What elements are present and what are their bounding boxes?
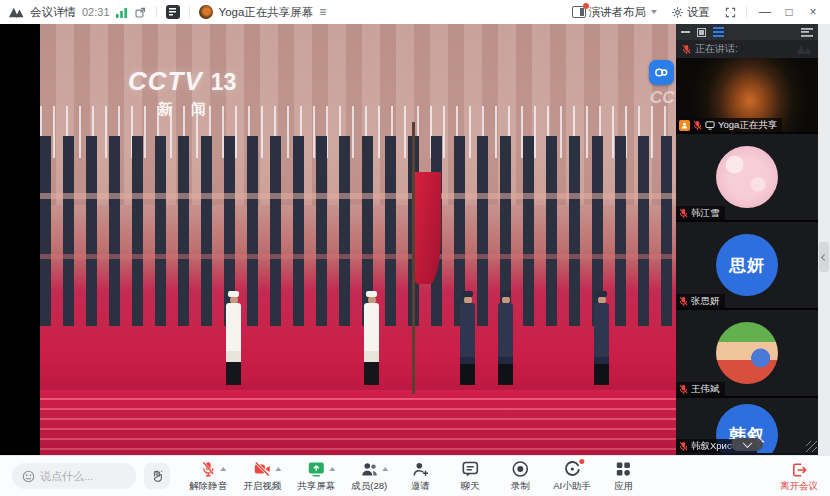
participant-namebar: 张思妍	[676, 294, 725, 308]
meeting-timer: 02:31	[82, 6, 110, 18]
quick-chat-box[interactable]	[12, 463, 136, 489]
notification-dot	[583, 3, 589, 9]
ai-assistant-button[interactable]: AI小助手	[553, 459, 590, 493]
participant-tile-zhangsiyan[interactable]: 思妍 张思妍	[676, 222, 818, 310]
chevron-left-icon	[820, 253, 827, 260]
chat-label: 聊天	[461, 480, 480, 493]
participant-name: 韩江雪	[691, 207, 720, 220]
fullscreen-icon[interactable]	[724, 6, 737, 19]
participant-name: 王伟斌	[691, 383, 720, 396]
unmute-button[interactable]: 解除静音	[189, 459, 227, 493]
expand-panel-icon[interactable]	[801, 28, 813, 37]
leave-meeting-label: 离开会议	[780, 480, 818, 493]
invite-button[interactable]: 邀请	[403, 459, 437, 493]
emoji-icon[interactable]	[22, 470, 35, 483]
gear-icon	[671, 6, 684, 19]
maximize-button[interactable]: □	[780, 5, 798, 19]
scroll-down-button[interactable]	[731, 438, 763, 451]
mic-muted-icon	[679, 208, 688, 219]
meeting-float-badge-icon[interactable]	[649, 60, 674, 85]
meeting-details-button[interactable]: 会议详情	[30, 5, 76, 20]
shared-screen-video: CCTV13 新闻 CCTV	[0, 24, 676, 455]
app-logo-icon	[8, 5, 24, 19]
mic-muted-icon	[693, 120, 702, 131]
settings-button[interactable]: 设置	[671, 5, 710, 20]
gallery-view-icon[interactable]	[697, 28, 706, 37]
list-view-icon[interactable]	[713, 27, 724, 37]
share-screen-icon	[306, 459, 326, 479]
chevron-up-icon[interactable]	[382, 467, 388, 471]
members-button[interactable]: 成员(28)	[351, 459, 387, 493]
chat-icon	[460, 459, 480, 479]
share-screen-label: 共享屏幕	[297, 480, 335, 493]
sidebar-header	[676, 24, 818, 40]
guard-navy-2	[498, 291, 513, 385]
participant-tile-hanxu[interactable]: 韩叙 韩叙Христиан	[676, 398, 818, 453]
invite-icon	[410, 459, 430, 479]
layout-label: 演讲者布局	[589, 5, 647, 20]
docs-app-icon[interactable]	[166, 5, 180, 19]
flag-officer-white	[226, 291, 241, 385]
share-screen-button[interactable]: 共享屏幕	[297, 459, 335, 493]
apps-label: 应用	[614, 480, 633, 493]
popout-window-icon[interactable]	[134, 6, 147, 19]
record-icon	[510, 459, 530, 479]
guard-navy-3	[594, 291, 609, 385]
meeting-app-window: 会议详情 02:31 Yoga正在共享屏幕 ≡ 演讲者布局 设置	[0, 0, 830, 496]
chat-input[interactable]	[40, 470, 126, 482]
close-button[interactable]: ×	[804, 5, 822, 19]
layout-switch-button[interactable]: 演讲者布局	[572, 5, 658, 20]
minimize-button[interactable]: —	[756, 5, 774, 19]
divider	[189, 6, 190, 18]
chevron-up-icon[interactable]	[275, 467, 281, 471]
broadcast-frame: CCTV13 新闻 CCTV	[40, 24, 676, 455]
participant-tile-yoga[interactable]: Yoga正在共享	[676, 58, 818, 134]
red-flag	[415, 172, 441, 284]
sharing-menu-icon[interactable]: ≡	[319, 6, 326, 18]
host-badge-icon	[679, 120, 690, 131]
leave-meeting-icon	[790, 461, 808, 479]
flag-bearer-white	[364, 291, 379, 385]
raise-hand-icon	[150, 469, 164, 483]
mic-muted-icon	[679, 441, 688, 452]
honor-guard-rows	[40, 136, 676, 326]
apps-grid-icon	[614, 459, 634, 479]
avatar	[716, 146, 778, 208]
chevron-down-icon	[742, 438, 752, 448]
sharer-avatar	[199, 5, 213, 19]
participant-namebar: 王伟斌	[676, 382, 725, 396]
network-signal-icon	[116, 7, 128, 18]
divider	[156, 6, 157, 18]
avatar-initials: 思妍	[729, 254, 765, 277]
mic-off-icon	[199, 459, 217, 479]
start-video-button[interactable]: 开启视频	[243, 459, 281, 493]
participant-tile-hanjiangxue[interactable]: 韩江雪	[676, 134, 818, 222]
channel-subtitle: 新闻	[158, 100, 224, 119]
red-carpet-steps	[40, 390, 676, 455]
titlebar: 会议详情 02:31 Yoga正在共享屏幕 ≡ 演讲者布局 设置	[0, 0, 830, 24]
leave-meeting-button[interactable]: 离开会议	[780, 459, 818, 493]
guard-navy-1	[460, 291, 475, 385]
members-icon	[359, 459, 379, 479]
channel-watermark: CCTV	[650, 88, 676, 108]
channel-logo: CCTV13	[128, 66, 236, 97]
apps-button[interactable]: 应用	[607, 459, 641, 493]
mic-muted-icon	[679, 384, 688, 395]
avatar	[716, 322, 778, 384]
sidebar-collapse-handle[interactable]	[819, 242, 829, 272]
mic-muted-icon	[679, 296, 688, 307]
participant-namebar: 韩江雪	[676, 206, 725, 220]
record-button[interactable]: 录制	[503, 459, 537, 493]
notification-dot	[579, 459, 584, 464]
record-label: 录制	[511, 480, 530, 493]
chevron-up-icon[interactable]	[220, 467, 226, 471]
avatar: 思妍	[716, 234, 778, 296]
camera-off-icon	[252, 459, 272, 479]
chevron-up-icon[interactable]	[329, 467, 335, 471]
resize-handle[interactable]	[806, 441, 817, 452]
raise-hand-button[interactable]	[144, 463, 170, 489]
participant-tile-wangweibin[interactable]: 王伟斌	[676, 310, 818, 398]
collapse-panel-icon[interactable]	[681, 31, 690, 33]
chat-button[interactable]: 聊天	[453, 459, 487, 493]
watermark-logo-icon	[796, 43, 814, 55]
